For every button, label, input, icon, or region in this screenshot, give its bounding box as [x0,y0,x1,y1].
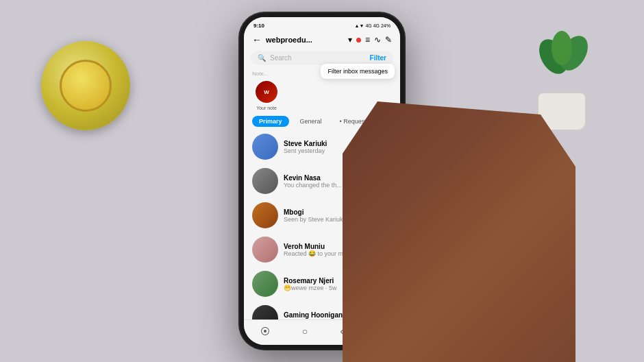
avatar [252,271,278,297]
nav-title: webproedu... [266,36,344,44]
filter-tooltip: Filter inbox messages [321,64,395,79]
filter-button[interactable]: Filter [370,54,386,62]
search-bar[interactable]: 🔍 Search Filter [251,51,393,65]
note-avatar-text: W [264,89,269,95]
top-nav: ← webproedu... ▾ ≡ ∿ ✎ [244,32,400,48]
hand-overlay [343,101,575,362]
nav-menu-button[interactable]: ⦿ [260,326,270,337]
back-button[interactable]: ← [252,34,262,45]
avatar [252,305,278,319]
dropdown-icon[interactable]: ▾ [348,35,352,45]
chart-icon[interactable]: ∿ [374,35,381,45]
your-note-label: Your note [256,106,277,110]
avatar [252,168,278,194]
search-input[interactable]: Search [270,54,386,62]
status-icons: ▲▼ 4G 4G 24% [355,23,391,28]
list-icon[interactable]: ≡ [365,35,370,45]
notification-dot [356,38,361,43]
tooltip-text: Filter inbox messages [327,68,388,75]
plant-leaves [531,31,593,99]
avatar [252,237,278,263]
leaf [552,31,572,65]
clock-decoration [41,41,130,130]
edit-icon[interactable]: ✎ [385,35,392,45]
status-time: 9:10 [253,23,264,29]
note-avatar: W [254,80,279,104]
note-avatar-wrap[interactable]: W Your note [252,80,281,110]
nav-home-button[interactable]: ○ [302,326,308,337]
status-bar: 9:10 ▲▼ 4G 4G 24% [244,17,400,32]
avatar [252,202,278,228]
tab-general[interactable]: General [293,116,329,127]
tab-primary[interactable]: Primary [252,116,289,127]
search-icon: 🔍 [258,54,266,62]
avatar [252,134,278,160]
